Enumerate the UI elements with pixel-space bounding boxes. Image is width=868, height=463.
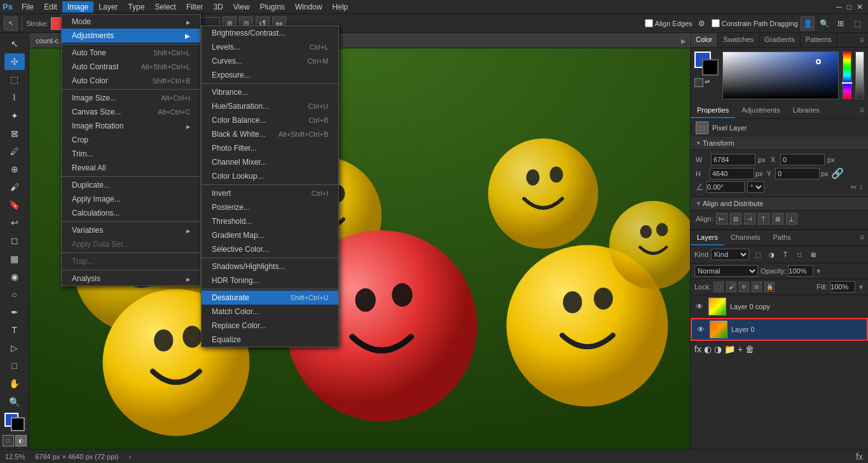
layer-adjustment-btn[interactable]: ◑ xyxy=(714,344,722,354)
opacity-input[interactable] xyxy=(788,265,813,277)
menu-plugins[interactable]: Plugins xyxy=(255,1,290,13)
adj-hue-sat-item[interactable]: Hue/Saturation... Ctrl+U xyxy=(202,99,338,113)
adj-exposure-item[interactable]: Exposure... xyxy=(202,68,338,82)
swatches-tab[interactable]: Swatches xyxy=(718,33,759,47)
adj-replace-color-item[interactable]: Replace Color... xyxy=(202,319,338,333)
layer-copy-visibility-icon[interactable]: 👁 xyxy=(694,301,705,312)
move-tool[interactable]: ✣ xyxy=(4,53,25,70)
align-section-header[interactable]: ▼ Align and Distribute xyxy=(691,197,868,211)
filter-adjustment-btn[interactable]: ◑ xyxy=(766,249,777,260)
arrow-tool[interactable]: ↖ xyxy=(4,36,25,52)
status-menu-btn[interactable]: fx xyxy=(856,452,863,462)
adj-match-color-item[interactable]: Match Color... xyxy=(202,305,338,319)
menu-analysis-item[interactable]: Analysis xyxy=(62,272,200,286)
hand-tool[interactable]: ✋ xyxy=(4,375,25,392)
pen-tool[interactable]: ✒ xyxy=(4,304,25,321)
menu-image-rotation-item[interactable]: Image Rotation xyxy=(62,119,200,133)
gradient-tool[interactable]: ▦ xyxy=(4,251,25,267)
menu-adjustments-item[interactable]: Adjustments ▶ xyxy=(62,29,200,43)
bg-color-swatch[interactable] xyxy=(11,417,25,431)
quick-mask-btn[interactable]: ◐ xyxy=(15,435,27,446)
menu-trap-item[interactable]: Trap... xyxy=(62,254,200,268)
fill-input[interactable] xyxy=(830,281,855,293)
lock-all-btn[interactable]: 🔒 xyxy=(764,282,775,292)
menu-select[interactable]: Select xyxy=(149,1,181,13)
menu-crop-item[interactable]: Crop xyxy=(62,133,200,147)
adj-invert-item[interactable]: Invert Ctrl+I xyxy=(202,186,338,200)
lock-artboard-btn[interactable]: ⊞ xyxy=(752,282,762,292)
bg-color-picker[interactable] xyxy=(702,59,719,76)
history-brush-tool[interactable]: ↩ xyxy=(4,214,25,231)
align-bottom-btn[interactable]: ⊥ xyxy=(786,213,797,225)
menu-auto-tone-item[interactable]: Auto Tone Shift+Ctrl+L xyxy=(62,46,200,60)
align-edges-checkbox[interactable] xyxy=(645,19,653,27)
width-prop-input[interactable] xyxy=(711,154,755,165)
adj-channel-mixer-item[interactable]: Channel Mixer... xyxy=(202,155,338,169)
menu-reveal-all-item[interactable]: Reveal All xyxy=(62,161,200,175)
zoom-tool[interactable]: 🔍 xyxy=(4,394,25,410)
menu-3d[interactable]: 3D xyxy=(208,1,228,13)
blend-mode-select[interactable]: Normal xyxy=(694,265,758,277)
menu-auto-contrast-item[interactable]: Auto Contrast Alt+Shift+Ctrl+L xyxy=(62,60,200,74)
adj-vibrance-item[interactable]: Vibrance... xyxy=(202,85,338,99)
filter-type-btn[interactable]: T xyxy=(780,249,791,260)
adj-color-balance-item[interactable]: Color Balance... Ctrl+B xyxy=(202,113,338,127)
layers-tab-btn[interactable]: Layers xyxy=(691,230,724,245)
marquee-tool[interactable]: ⬚ xyxy=(4,71,25,88)
clone-stamp-tool[interactable]: 🔖 xyxy=(4,197,25,213)
channels-tab-btn[interactable]: Channels xyxy=(724,230,766,245)
align-left-btn[interactable]: ⊢ xyxy=(716,213,727,225)
menu-canvas-size-item[interactable]: Canvas Size... Alt+Ctrl+C xyxy=(62,105,200,119)
user-icon[interactable]: 👤 xyxy=(801,17,815,31)
align-center-h-btn[interactable]: ⊟ xyxy=(730,213,741,225)
adj-levels-item[interactable]: Levels... Ctrl+L xyxy=(202,40,338,54)
move-tool-btn[interactable]: ↖ xyxy=(4,17,18,31)
menu-trim-item[interactable]: Trim... xyxy=(62,147,200,161)
lock-image-btn[interactable]: 🖌 xyxy=(726,282,736,292)
y-prop-input[interactable] xyxy=(775,168,820,179)
adj-photo-filter-item[interactable]: Photo Filter... xyxy=(202,141,338,155)
path-selection-tool[interactable]: ▷ xyxy=(4,340,25,356)
alpha-bar[interactable] xyxy=(855,52,864,99)
minimize-btn[interactable]: ─ xyxy=(834,3,844,11)
opacity-chevron[interactable]: ▼ xyxy=(815,268,822,275)
fill-chevron[interactable]: ▼ xyxy=(858,284,864,291)
layers-panel-menu-icon[interactable]: ≡ xyxy=(856,230,868,245)
color-panel-menu-icon[interactable]: ≡ xyxy=(856,33,868,47)
maximize-btn[interactable]: □ xyxy=(844,3,854,11)
delete-layer-btn[interactable]: 🗑 xyxy=(745,344,754,354)
layout-icon[interactable]: ⊞ xyxy=(834,17,848,31)
menu-image[interactable]: Image xyxy=(62,1,93,13)
libraries-tab[interactable]: Libraries xyxy=(787,103,826,118)
menu-apply-image-item[interactable]: Apply Image... xyxy=(62,192,200,206)
menu-calculations-item[interactable]: Calculations... xyxy=(62,206,200,220)
flip-h-icon[interactable]: ⇔ xyxy=(850,183,857,191)
standard-mode-btn[interactable]: □ xyxy=(3,435,14,446)
eraser-tool[interactable]: ◻ xyxy=(4,232,25,249)
magic-wand-tool[interactable]: ✦ xyxy=(4,107,25,124)
color-gradient-box[interactable] xyxy=(722,52,839,99)
lasso-tool[interactable]: ⌇ xyxy=(4,89,25,106)
layer-group-btn[interactable]: 📁 xyxy=(724,344,735,354)
menu-edit[interactable]: Edit xyxy=(39,1,62,13)
menu-auto-color-item[interactable]: Auto Color Shift+Ctrl+B xyxy=(62,74,200,88)
menu-mode-item[interactable]: Mode xyxy=(62,15,200,29)
expand-icon[interactable]: ⬚ xyxy=(850,17,864,31)
adj-curves-item[interactable]: Curves... Ctrl+M xyxy=(202,54,338,68)
reset-colors-btn[interactable] xyxy=(694,78,703,87)
lock-transparent-btn[interactable]: ⬚ xyxy=(713,282,724,292)
filter-shape-btn[interactable]: □ xyxy=(794,249,805,260)
healing-brush-tool[interactable]: ⊕ xyxy=(4,161,25,177)
new-layer-btn[interactable]: + xyxy=(738,344,743,354)
paths-tab-btn[interactable]: Paths xyxy=(767,230,797,245)
menu-window[interactable]: Window xyxy=(290,1,327,13)
align-top-btn[interactable]: ⊤ xyxy=(758,213,769,225)
gradients-tab[interactable]: Gradients xyxy=(759,33,801,47)
link-aspect-icon[interactable]: 🔗 xyxy=(831,167,844,179)
close-btn[interactable]: ✕ xyxy=(854,3,865,11)
blur-tool[interactable]: ◉ xyxy=(4,268,25,285)
adj-brightness-item[interactable]: Brightness/Contrast... xyxy=(202,26,338,40)
align-right-btn[interactable]: ⊣ xyxy=(744,213,755,225)
layer-fx-btn[interactable]: fx xyxy=(694,344,701,354)
menu-variables-item[interactable]: Variables xyxy=(62,223,200,237)
